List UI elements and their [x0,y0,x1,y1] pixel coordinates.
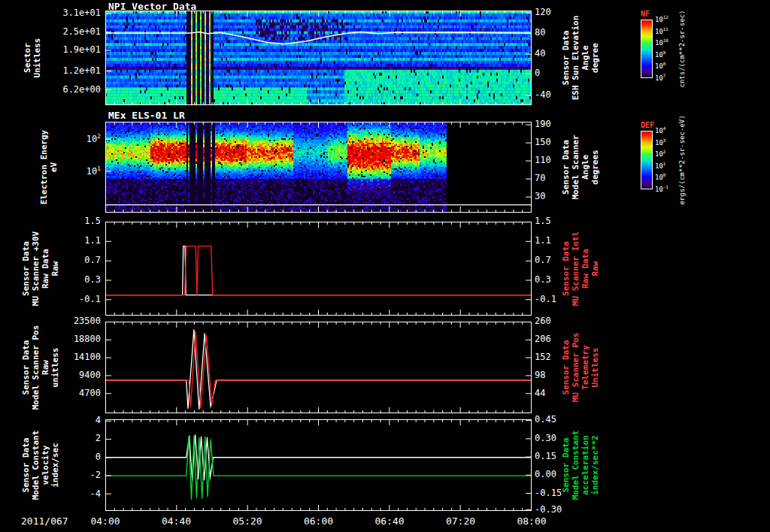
left-axis-title: Sensor DataModel Constantvelocityindex/s… [21,419,60,511]
nf-colorbar-canvas [641,20,653,78]
nf-colorbar-label: NF [641,10,650,18]
colorbar-tick-label: 102 [655,150,665,158]
time-tick-label: 04:40 [157,515,196,527]
time-tick-label: 07:20 [441,515,480,527]
time-tick-label: 05:20 [228,515,267,527]
y-axis-tick-label: 3.1e+01 [45,8,101,18]
nf-colorbar-unit-label: cnts/(cm**2-sr-sec) [678,0,687,109]
colorbar-tick-label: 104 [655,126,665,135]
def-colorbar-label: DEF [641,121,654,129]
def-colorbar-unit-label: ergs/(cm**2-sr-sec-eV) [678,100,687,220]
colorbar-tick-label: 101 [655,162,665,170]
y-axis-tick-label: 2.5e+01 [45,26,101,37]
y-axis-tick-label: 1.2e+01 [45,65,101,76]
colorbar-tick-label: 1011 [655,27,668,35]
scanner-pos-plot-canvas [105,322,532,413]
plot-screen: NPI Vector Data MEx ELS-01 LR 2011/067 N… [0,0,770,532]
colorbar-tick-label: 103 [655,138,665,147]
y-axis-tick-label: 1.9e+01 [45,44,101,55]
time-tick-label: 04:00 [86,515,125,527]
mu-scanner-30v-plot-canvas [105,222,532,316]
left-axis-title: Sensor DataModel Scanner PosRawunitless [21,322,60,413]
date-label: 2011/067 [21,515,68,527]
right-axis-title: Sensor DataMU Scanner IntlRaw DataRaw [561,222,600,316]
colorbar-tick-label: 10-1 [655,185,668,193]
colorbar-tick-label: 109 [655,50,665,59]
colorbar-tick-label: 107 [655,74,665,82]
right-axis-title: Sensor DataModel Constantaccelerationind… [561,419,600,511]
right-axis-title: Sensor DataModel ScannerAngledegrees [561,122,600,213]
panel-title-npi: NPI Vector Data [108,1,196,12]
left-axis-title: Sensor DataMU Scanner +30VRaw DataRaw [21,222,60,316]
time-tick-label: 06:00 [299,515,338,527]
panel-title-els: MEx ELS-01 LR [108,110,185,121]
colorbar-tick-label: 1012 [655,15,668,23]
velocity-plot-canvas [105,419,532,511]
npi-spectrogram-canvas [105,11,532,105]
colorbar-tick-label: 1010 [655,38,668,47]
right-axis-title: Sensor DataMU Scanner PosTelemetryUnitle… [561,322,600,413]
els-spectrogram-canvas [105,122,532,213]
left-axis-title: Electron EnergyeV [39,122,59,213]
colorbar-tick-label: 100 [655,173,665,181]
def-colorbar-canvas [641,131,653,189]
time-tick-label: 06:40 [370,515,409,527]
y-axis-tick-label: 6.2e+00 [45,84,101,95]
time-tick-label: 08:00 [512,515,551,527]
colorbar-tick-label: 108 [655,62,665,70]
left-axis-title: SectorUnitless [23,11,42,105]
right-axis-title: Sensor DataESH Sun ElevationAngledegree [561,11,600,105]
